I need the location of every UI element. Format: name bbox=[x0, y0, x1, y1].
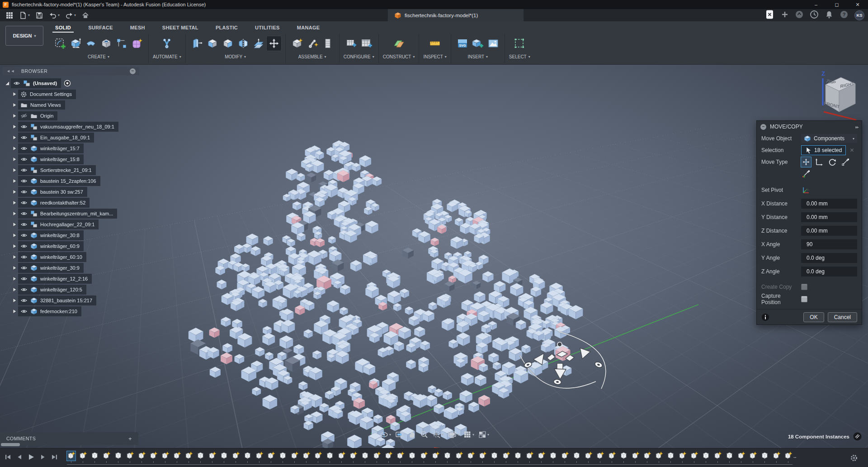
field-input[interactable]: 0.00 mm bbox=[801, 199, 857, 209]
move-icon[interactable] bbox=[267, 36, 281, 51]
group-label-automate[interactable]: AUTOMATE▾ bbox=[153, 54, 181, 59]
expand-icon[interactable] bbox=[11, 178, 18, 184]
timeline-feature-icon[interactable] bbox=[173, 451, 181, 463]
viewport-canvas[interactable]: Z X TOP FRONT RIGHT ◄◄ BROWSER – (Unsave… bbox=[0, 65, 868, 448]
as-built-joint-icon[interactable] bbox=[321, 36, 335, 51]
browser-root-row[interactable]: (Unsaved) bbox=[3, 78, 139, 89]
pan-icon[interactable] bbox=[408, 431, 416, 438]
timeline-feature-icon[interactable] bbox=[373, 451, 381, 463]
move-type-translate-icon[interactable] bbox=[814, 157, 824, 167]
timeline-feature-icon[interactable] bbox=[631, 451, 640, 463]
window-zoom-icon[interactable]: ▾ bbox=[432, 430, 443, 438]
tab-mesh[interactable]: MESH bbox=[129, 22, 146, 33]
cancel-button[interactable]: Cancel bbox=[828, 312, 857, 322]
timeline-feature-icon[interactable] bbox=[537, 451, 546, 463]
expand-icon[interactable] bbox=[11, 156, 18, 162]
timeline-feature-icon[interactable] bbox=[666, 451, 675, 463]
expand-icon[interactable] bbox=[11, 276, 18, 282]
visibility-eye-icon[interactable] bbox=[20, 286, 28, 293]
timeline-feature-icon[interactable] bbox=[514, 451, 522, 463]
group-label-modify[interactable]: MODIFY▾ bbox=[225, 54, 246, 59]
expand-icon[interactable] bbox=[11, 102, 18, 108]
history-clock-icon[interactable] bbox=[810, 10, 819, 21]
timeline-feature-icon[interactable] bbox=[220, 451, 228, 463]
sketch-icon[interactable] bbox=[53, 36, 67, 51]
timeline-feature-icon[interactable] bbox=[102, 451, 111, 463]
timeline-feature-icon[interactable] bbox=[643, 451, 651, 463]
split-body-icon[interactable] bbox=[236, 36, 250, 51]
timeline-feature-icon[interactable] bbox=[690, 451, 698, 463]
timeline-feature-icon[interactable] bbox=[490, 451, 499, 463]
expand-icon[interactable] bbox=[11, 145, 18, 152]
visibility-eye-icon[interactable] bbox=[20, 167, 28, 173]
browser-row[interactable]: Bearbeitungszentrum_mit_kam... bbox=[3, 208, 139, 219]
tab-manage[interactable]: MANAGE bbox=[296, 22, 321, 33]
timeline-feature-icon[interactable] bbox=[784, 451, 793, 463]
field-input[interactable]: 0.0 deg bbox=[801, 253, 857, 263]
visibility-eye-icon[interactable] bbox=[20, 254, 28, 260]
browser-row[interactable]: winkelträger_30:9 bbox=[3, 262, 139, 273]
visibility-eye-icon[interactable] bbox=[20, 189, 28, 195]
form-icon[interactable] bbox=[130, 36, 144, 51]
timeline-feature-icon[interactable] bbox=[772, 451, 781, 463]
comments-bar[interactable]: COMMENTS + bbox=[0, 432, 138, 445]
group-label-create[interactable]: CREATE▾ bbox=[88, 54, 109, 59]
field-input[interactable]: 0.00 mm bbox=[801, 212, 857, 222]
browser-row[interactable]: winkelträger_60:10 bbox=[3, 252, 139, 262]
expand-icon[interactable] bbox=[11, 189, 18, 195]
replace-face-icon[interactable] bbox=[221, 36, 235, 51]
timeline-feature-icon[interactable] bbox=[596, 451, 604, 463]
expand-icon[interactable] bbox=[11, 265, 18, 271]
construct-plane-icon[interactable] bbox=[392, 36, 406, 51]
tab-solid[interactable]: SOLID bbox=[54, 22, 72, 33]
browser-row[interactable]: Named Views bbox=[3, 100, 139, 110]
expand-icon[interactable] bbox=[11, 113, 18, 119]
move-type-point-to-point-icon[interactable] bbox=[840, 157, 850, 167]
file-icon[interactable]: ▾ bbox=[17, 10, 32, 20]
viewports-icon[interactable]: ▾ bbox=[478, 431, 489, 438]
generative-icon[interactable] bbox=[160, 36, 174, 51]
visibility-eye-icon[interactable] bbox=[20, 210, 28, 217]
expand-open-icon[interactable] bbox=[4, 80, 11, 86]
visibility-eye-icon[interactable] bbox=[20, 265, 28, 271]
view-cube[interactable]: Z X TOP FRONT RIGHT bbox=[809, 68, 863, 125]
step-back-button[interactable] bbox=[16, 454, 23, 462]
display-settings-icon[interactable]: ▾ bbox=[448, 431, 459, 438]
visibility-eye-icon[interactable] bbox=[20, 145, 28, 152]
user-avatar[interactable]: KS bbox=[854, 10, 864, 20]
visibility-eye-icon[interactable] bbox=[20, 156, 28, 162]
panel-resize-handle[interactable] bbox=[1, 443, 20, 446]
selection-button[interactable]: 18 selected bbox=[801, 145, 846, 155]
visibility-eye-icon[interactable] bbox=[20, 221, 28, 228]
expand-icon[interactable] bbox=[11, 124, 18, 130]
expand-icon[interactable] bbox=[11, 200, 18, 206]
timeline-feature-icon[interactable] bbox=[208, 451, 217, 463]
visibility-eye-icon[interactable] bbox=[20, 276, 28, 282]
timeline-feature-icon[interactable] bbox=[760, 451, 769, 463]
timeline-feature-icon[interactable] bbox=[384, 451, 393, 463]
timeline-feature-icon[interactable] bbox=[326, 451, 334, 463]
add-comment-icon[interactable]: + bbox=[128, 435, 132, 442]
visibility-eye-icon[interactable] bbox=[13, 80, 20, 86]
timeline-feature-icon[interactable] bbox=[408, 451, 416, 463]
job-status-icon[interactable] bbox=[795, 10, 804, 21]
browser-row[interactable]: vakuumsauggreifer_neu_18_09:1 bbox=[3, 121, 139, 132]
help-icon[interactable]: ? bbox=[840, 10, 849, 21]
expand-icon[interactable] bbox=[11, 243, 18, 249]
timeline-feature-icon[interactable] bbox=[337, 451, 346, 463]
timeline-feature-icon[interactable] bbox=[67, 451, 75, 463]
play-button[interactable] bbox=[27, 453, 35, 462]
expand-icon[interactable] bbox=[11, 134, 18, 141]
group-label-inspect[interactable]: INSPECT▾ bbox=[423, 54, 446, 59]
thicken-icon[interactable] bbox=[190, 36, 204, 51]
select-box-icon[interactable] bbox=[512, 36, 527, 51]
timeline-feature-icon[interactable] bbox=[349, 451, 358, 463]
visibility-eye-icon[interactable] bbox=[20, 232, 28, 238]
browser-row[interactable]: Hochregallager_22_09:1 bbox=[3, 219, 139, 230]
dialog-collapse-icon[interactable]: – bbox=[760, 124, 766, 130]
close-button[interactable]: ✕ bbox=[847, 0, 868, 9]
browser-row[interactable]: Ein_ausgabe_18_09:1 bbox=[3, 132, 139, 143]
timeline-feature-icon[interactable] bbox=[161, 451, 170, 463]
dialog-header[interactable]: – MOVE/COPY ▸▸ bbox=[757, 121, 862, 133]
save-icon[interactable] bbox=[33, 10, 45, 20]
